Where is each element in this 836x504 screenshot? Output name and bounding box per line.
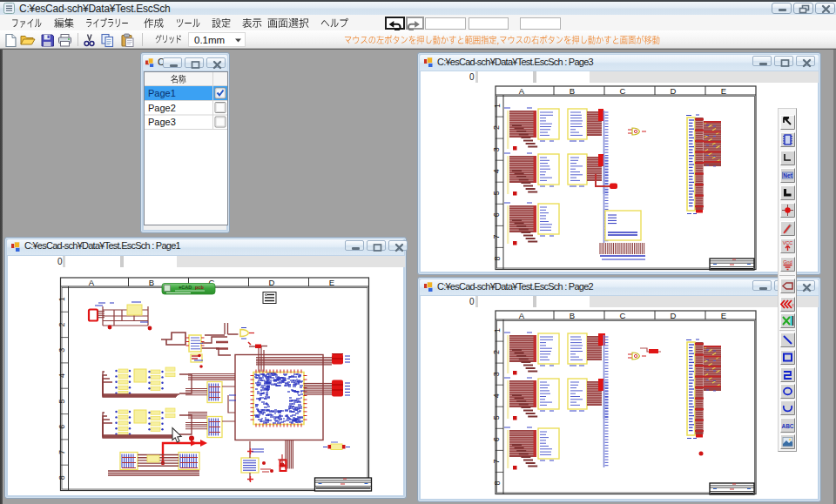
svg-text:E: E: [721, 86, 726, 96]
svg-text:A: A: [89, 277, 95, 286]
svg-text:0: 0: [469, 297, 475, 306]
svg-text:C: C: [620, 311, 626, 320]
svg-text:A: A: [519, 311, 525, 320]
svg-text:E: E: [329, 277, 334, 286]
svg-text:A: A: [519, 86, 525, 96]
svg-text:VCC: VCC: [782, 240, 792, 245]
svg-text:Net: Net: [783, 172, 792, 178]
svg-text:ABC: ABC: [781, 422, 793, 428]
svg-text:Page1: Page1: [148, 88, 176, 98]
svg-text:E: E: [721, 311, 726, 320]
svg-text:0: 0: [469, 72, 475, 82]
svg-text:●CAD: ●CAD: [179, 284, 192, 289]
svg-text:D: D: [269, 277, 275, 286]
svg-text:Page3: Page3: [148, 117, 176, 127]
svg-text:pcb: pcb: [195, 284, 204, 289]
svg-text:B: B: [570, 86, 575, 96]
svg-text:D: D: [671, 86, 677, 96]
svg-text:B: B: [149, 277, 154, 286]
svg-text:D: D: [671, 311, 677, 320]
svg-text:B: B: [570, 311, 575, 320]
svg-text:C: C: [620, 86, 626, 96]
svg-text:0: 0: [57, 257, 63, 266]
svg-text:Page2: Page2: [148, 103, 176, 113]
svg-text:Gnd: Gnd: [783, 259, 792, 264]
